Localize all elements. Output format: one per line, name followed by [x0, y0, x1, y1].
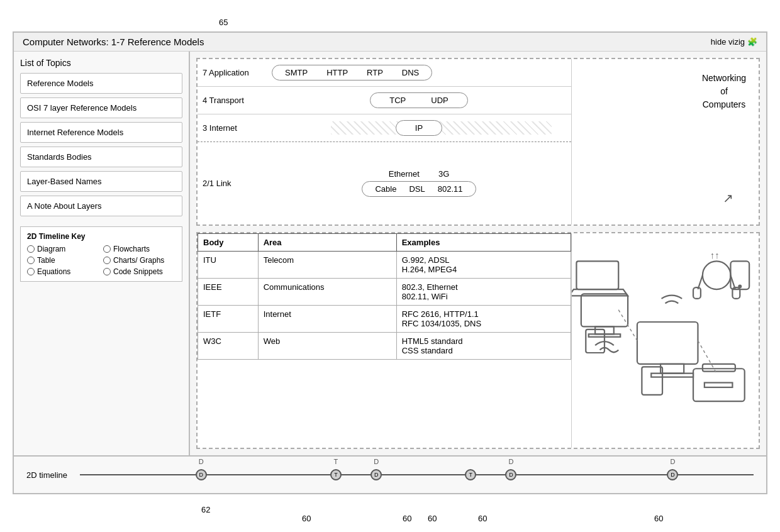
layer-application-protocols: SMTP HTTP RTP DNS	[272, 65, 566, 80]
header-bar: Computer Networks: 1-7 Reference Models …	[14, 33, 766, 52]
svg-rect-14	[693, 287, 701, 299]
computer-illustration: ↑↑	[572, 233, 759, 448]
timeline-section: 2D timeline D D T T D D	[14, 455, 766, 493]
label-60-2: 60	[403, 514, 411, 523]
proto-tcp: TCP	[389, 96, 406, 105]
key-diagram-label: Diagram	[37, 245, 65, 253]
main-content: List of Topics Reference Models OSI 7 la…	[14, 52, 766, 455]
svg-point-11	[703, 261, 731, 289]
table-row-ieee: IEEE Communications 802.3, Ethernet 802.…	[198, 278, 571, 305]
link-row2: Cable DSL 802.11	[362, 181, 476, 197]
top-section: 7 Application SMTP HTTP RTP DNS	[196, 58, 760, 226]
networking-title: NetworkingofComputers	[702, 72, 746, 111]
timeline-key-grid: Diagram Flowcharts Table Charts/ Gr	[27, 245, 176, 276]
timeline-node-3[interactable]: D D	[370, 469, 382, 480]
radio-table[interactable]	[27, 257, 35, 264]
layer-internet-protocols: IP	[272, 120, 566, 136]
key-flowcharts: Flowcharts	[103, 245, 176, 253]
area-itu: Telecom	[258, 251, 396, 278]
timeline-line: D D T T D D T	[80, 474, 754, 475]
standards-table: Body Area Examples ITU Telecom G.992, AD…	[198, 233, 571, 360]
svg-rect-5	[660, 363, 684, 373]
link-row1: Ethernet 3G	[389, 169, 450, 179]
standards-table-panel: Body Area Examples ITU Telecom G.992, AD…	[198, 233, 572, 448]
radio-equations[interactable]	[27, 268, 35, 275]
svg-rect-6	[651, 373, 693, 377]
timeline-key: 2D Timeline Key Diagram Flowcharts Ta	[20, 226, 182, 282]
key-diagram: Diagram	[27, 245, 99, 253]
transport-protocol-group: TCP UDP	[370, 92, 467, 108]
examples-itu: G.992, ADSL H.264, MPEG4	[396, 251, 571, 278]
topic-osi-7-layer[interactable]: OSI 7 layer Reference Models	[20, 97, 182, 118]
proto-rtp: RTP	[367, 68, 383, 77]
body-w3c: W3C	[198, 332, 259, 359]
table-row-w3c: W3C Web HTML5 standard CSS standard	[198, 332, 571, 359]
proto-ethernet: Ethernet	[389, 169, 420, 179]
svg-rect-9	[703, 363, 735, 371]
timeline-label: 2D timeline	[26, 470, 67, 480]
timeline-node-2[interactable]: T T	[330, 469, 342, 480]
networking-title-text: NetworkingofComputers	[702, 73, 746, 109]
key-code-snippets: Code Snippets	[103, 267, 176, 276]
key-equations: Equations	[27, 267, 99, 276]
internet-protocol-group: IP	[396, 120, 442, 136]
bottom-section: Body Area Examples ITU Telecom G.992, AD…	[196, 232, 760, 449]
cursor-icon: ↖	[723, 191, 733, 206]
proto-dsl: DSL	[409, 184, 425, 194]
topic-note-about-layers[interactable]: A Note About Layers	[20, 196, 182, 216]
svg-rect-8	[693, 369, 745, 401]
layer-transport-label: 4 Transport	[203, 96, 272, 105]
key-table: Table	[27, 256, 99, 265]
right-content: 7 Application SMTP HTTP RTP DNS	[190, 52, 766, 455]
layer-internet-label: 3 Internet	[203, 123, 272, 133]
topic-layer-based-names[interactable]: Layer-Based Names	[20, 171, 182, 192]
body-ietf: IETF	[198, 305, 259, 332]
key-charts-label: Charts/ Graphs	[113, 256, 164, 265]
label-60-1: 60	[302, 514, 311, 523]
ref-65: 65	[219, 18, 228, 27]
svg-rect-0	[581, 294, 628, 326]
hide-vizig-label: hide vizig	[711, 37, 745, 47]
svg-rect-10	[705, 382, 733, 387]
timeline-node-5[interactable]: D D	[505, 469, 516, 480]
radio-charts[interactable]	[103, 257, 111, 264]
proto-3g: 3G	[438, 169, 449, 179]
label-62: 62	[201, 505, 210, 514]
layer-application: 7 Application SMTP HTTP RTP DNS	[198, 59, 571, 87]
area-ieee: Communications	[258, 278, 396, 305]
networking-panel: NetworkingofComputers ↖	[572, 59, 759, 224]
area-w3c: Web	[258, 332, 396, 359]
key-flowcharts-label: Flowcharts	[113, 245, 150, 253]
layer-internet: 3 Internet IP	[198, 114, 571, 142]
svg-rect-16	[576, 261, 618, 289]
key-charts: Charts/ Graphs	[103, 256, 176, 265]
label-60-3: 60	[428, 514, 437, 523]
puzzle-icon: 🧩	[747, 37, 757, 47]
hide-vizig-button[interactable]: hide vizig 🧩	[711, 37, 757, 47]
proto-cable: Cable	[375, 184, 396, 194]
examples-w3c: HTML5 standard CSS standard	[396, 332, 571, 359]
body-ieee: IEEE	[198, 278, 259, 305]
table-row-ietf: IETF Internet RFC 2616, HTTP/1.1 RFC 103…	[198, 305, 571, 332]
networking-image-panel: ↑↑	[572, 233, 759, 448]
proto-smtp: SMTP	[285, 68, 308, 77]
layer-link-protocols: Ethernet 3G Cable DSL 802.11	[272, 169, 566, 197]
radio-code-snippets[interactable]	[103, 268, 111, 275]
col-body: Body	[198, 233, 259, 251]
radio-flowcharts[interactable]	[103, 245, 111, 253]
timeline-node-1[interactable]: D D	[196, 469, 207, 480]
app-protocol-group: SMTP HTTP RTP DNS	[272, 65, 432, 80]
col-examples: Examples	[396, 233, 571, 251]
timeline-node-4[interactable]: T	[465, 469, 476, 480]
proto-80211: 802.11	[438, 184, 463, 194]
timeline-node-6[interactable]: D D	[667, 469, 678, 480]
topic-internet-reference[interactable]: Internet Reference Models	[20, 122, 182, 143]
proto-dns: DNS	[402, 68, 419, 77]
timeline-key-title: 2D Timeline Key	[27, 232, 176, 241]
label-60-4: 60	[478, 514, 487, 523]
col-area: Area	[258, 233, 396, 251]
topic-reference-models[interactable]: Reference Models	[20, 73, 182, 94]
topic-standards-bodies[interactable]: Standards Bodies	[20, 147, 182, 167]
radio-diagram[interactable]	[27, 245, 35, 253]
proto-ip: IP	[415, 123, 423, 133]
